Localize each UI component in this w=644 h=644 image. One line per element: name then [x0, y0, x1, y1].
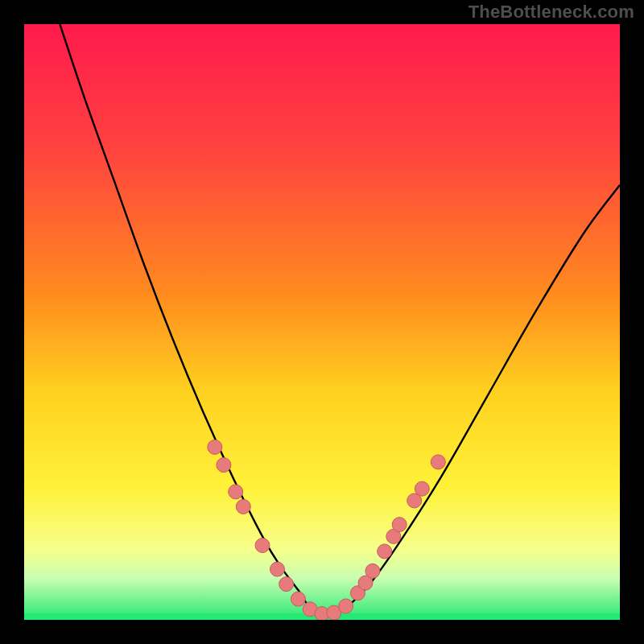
curve-marker	[236, 499, 250, 514]
chart-stage: TheBottleneck.com	[0, 0, 644, 644]
curve-marker	[270, 562, 285, 576]
curve-marker	[291, 592, 305, 606]
curve-marker	[378, 544, 392, 559]
curve-marker	[255, 539, 270, 553]
watermark-text: TheBottleneck.com	[469, 2, 634, 23]
plot-area	[24, 24, 620, 620]
curve-marker	[217, 458, 231, 473]
curve-marker	[392, 518, 407, 532]
curve-marker	[415, 481, 429, 496]
curve-marker	[229, 485, 243, 499]
curve-marker	[365, 564, 380, 578]
chart-svg	[24, 24, 620, 620]
curve-marker	[339, 599, 353, 613]
curve-marker	[431, 455, 445, 469]
curve-marker	[279, 577, 294, 592]
curve-marker	[208, 440, 222, 454]
